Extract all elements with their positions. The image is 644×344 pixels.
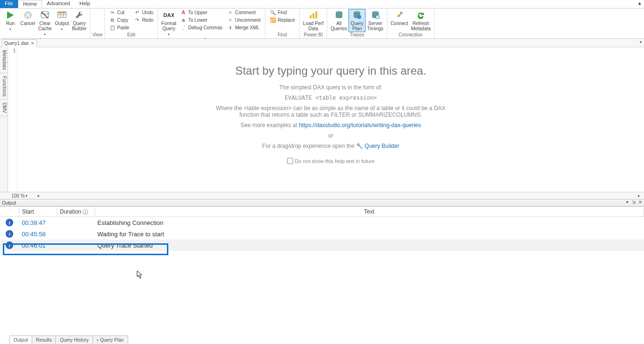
code-editor[interactable]: 1 Start by typing your query in this are… [8, 47, 644, 192]
all-queries-button[interactable]: All Queries [329, 9, 348, 32]
paste-button[interactable]: 📋Paste [108, 24, 131, 32]
menu-advanced[interactable]: Advanced [42, 0, 75, 8]
play-icon [5, 10, 16, 20]
line-gutter: 1 [8, 47, 17, 192]
svg-rect-9 [310, 15, 312, 18]
to-lower-button[interactable]: aTo Lower [179, 17, 223, 24]
ribbon-group-find: 🔍Find 🔁Replace Find [265, 9, 300, 38]
debug-commas-button[interactable]: ,'Debug Commas [179, 24, 223, 32]
uncomment-button[interactable]: ≡Uncomment [226, 17, 261, 24]
merge-xml-button[interactable]: ⬇Merge XML [226, 24, 261, 32]
table-row[interactable]: i00:39:47Establishing Connection [0, 217, 644, 229]
side-tabs: Metadata Functions DMV [0, 47, 8, 192]
db-clock-icon [370, 10, 381, 20]
col-start[interactable]: Start [19, 207, 57, 217]
panel-dropdown-icon[interactable]: ▾ [624, 199, 630, 205]
sidetab-dmv[interactable]: DMV [0, 100, 8, 116]
load-perf-button[interactable]: Load Perf Data [302, 9, 325, 32]
redo-button[interactable]: ↷Redo [133, 17, 154, 24]
query-builder-button[interactable]: Query Builder [70, 9, 88, 32]
query-builder-link[interactable]: Query Builder [365, 143, 399, 149]
output-button[interactable]: Output ▾ [53, 9, 70, 33]
cut-button[interactable]: ✂Cut [108, 9, 131, 17]
connect-label: Connect [391, 21, 408, 26]
info-icon-cell: i [0, 217, 19, 229]
hide-help-checkbox[interactable]: Do not show this help text in future [287, 158, 375, 164]
sidetab-functions[interactable]: Functions [0, 73, 8, 100]
col-text[interactable]: Text [95, 207, 644, 217]
btab-output[interactable]: Output [9, 335, 32, 344]
ribbon-collapse-icon[interactable]: ▴ [638, 0, 641, 6]
cell-text: Establishing Connection [95, 217, 644, 229]
undo-button[interactable]: ↶Undo [133, 9, 154, 17]
dropdown-icon: ▾ [44, 32, 46, 37]
placeholder-p1: The simplest DAX query is in the form of… [213, 84, 449, 91]
doctab-query1[interactable]: Query1.dax ✕ [2, 39, 37, 47]
clear-cache-button[interactable]: Clear Cache ▾ [36, 9, 53, 38]
query-plan-button[interactable]: Query Plan [348, 9, 366, 32]
editor-area: Metadata Functions DMV 1 Start by typing… [0, 47, 644, 192]
doctab-label: Query1.dax [4, 41, 29, 46]
editor-content[interactable]: Start by typing your query in this area.… [17, 47, 644, 192]
svg-rect-5 [58, 12, 66, 13]
wrench-icon: 🔧 [356, 143, 363, 149]
table-row[interactable]: i00:46:01Query Trace Started [0, 240, 644, 251]
cell-text: Query Trace Started [95, 240, 644, 251]
panel-close-icon[interactable]: ✕ [637, 199, 643, 205]
all-queries-label: All Queries [331, 21, 347, 31]
ribbon: Run ▾ Cancel Clear Cache ▾ Output ▾ Quer… [0, 9, 644, 39]
comment-button[interactable]: ≡Comment [226, 9, 261, 17]
refresh-metadata-button[interactable]: Refresh Metadata [409, 9, 432, 32]
close-icon[interactable]: ✕ [31, 41, 35, 46]
ribbon-group-view: View [90, 9, 105, 38]
cancel-button[interactable]: Cancel [19, 9, 36, 27]
panel-pin-icon[interactable]: ⇲ [631, 199, 636, 205]
to-upper-button[interactable]: ATo Upper [179, 9, 223, 17]
uncomment-icon: ≡ [227, 17, 234, 24]
table-row[interactable]: i00:45:58Waiting for Trace to start [0, 228, 644, 240]
doctabs-dropdown-icon[interactable]: ▾ [640, 40, 642, 44]
connect-button[interactable]: Connect [389, 9, 409, 27]
find-button[interactable]: 🔍Find [269, 9, 296, 17]
btab-history[interactable]: Query History [55, 335, 93, 344]
tutorials-link[interactable]: https://daxstudio.org/tutorials/writing-… [299, 122, 421, 129]
run-button[interactable]: Run ▾ [2, 9, 19, 33]
replace-button[interactable]: 🔁Replace [269, 17, 296, 24]
menu-bar: File Home Advanced Help ▴ [0, 0, 644, 9]
comment-icon: ≡ [227, 9, 234, 16]
group-label-traces: Traces [329, 32, 385, 38]
menu-file[interactable]: File [0, 0, 18, 8]
menu-home[interactable]: Home [18, 0, 42, 8]
refresh-icon [415, 10, 426, 20]
output-label: Output [55, 21, 69, 26]
zoom-dropdown-icon[interactable]: ▾ [26, 194, 27, 198]
paste-icon: 📋 [109, 25, 116, 31]
info-icon-cell: i [0, 240, 19, 251]
ribbon-group-edit: ✂Cut ⧉Copy 📋Paste ↶Undo ↷Redo Edit [105, 9, 158, 38]
cell-start: 00:45:58 [19, 228, 57, 240]
hide-help-input[interactable] [287, 158, 293, 164]
sidetab-metadata[interactable]: Metadata [0, 47, 8, 73]
scroll-right-icon[interactable]: ▸ [638, 193, 640, 198]
btab-queryplan[interactable]: ▸Query Plan [93, 335, 128, 344]
group-label-find: Find [267, 32, 297, 38]
placeholder-code: EVALUATE <table expression> [213, 95, 449, 101]
ribbon-group-traces: All Queries Query Plan Server Timings Tr… [327, 9, 387, 38]
info-icon: i [6, 241, 13, 249]
col-duration[interactable]: Duration i [57, 207, 95, 217]
output-grid[interactable]: Start Duration i Text i00:39:47Establish… [0, 206, 644, 337]
server-timings-button[interactable]: Server Timings [366, 9, 385, 32]
svg-point-14 [357, 15, 361, 19]
db-icon [351, 10, 363, 20]
menu-help[interactable]: Help [75, 0, 95, 8]
copy-button[interactable]: ⧉Copy [108, 17, 131, 24]
placeholder-title: Start by typing your query in this area. [213, 64, 449, 77]
btab-results[interactable]: Results [32, 335, 56, 344]
query-plan-label: Query Plan [351, 21, 364, 31]
format-query-button[interactable]: DAX Format Query ▾ [160, 9, 178, 38]
info-icon-cell: i [0, 228, 19, 240]
db-icon [333, 10, 345, 20]
dropdown-icon: ▾ [61, 26, 63, 32]
scroll-left-icon[interactable]: ◂ [37, 193, 39, 198]
dax-icon: DAX [163, 10, 174, 20]
